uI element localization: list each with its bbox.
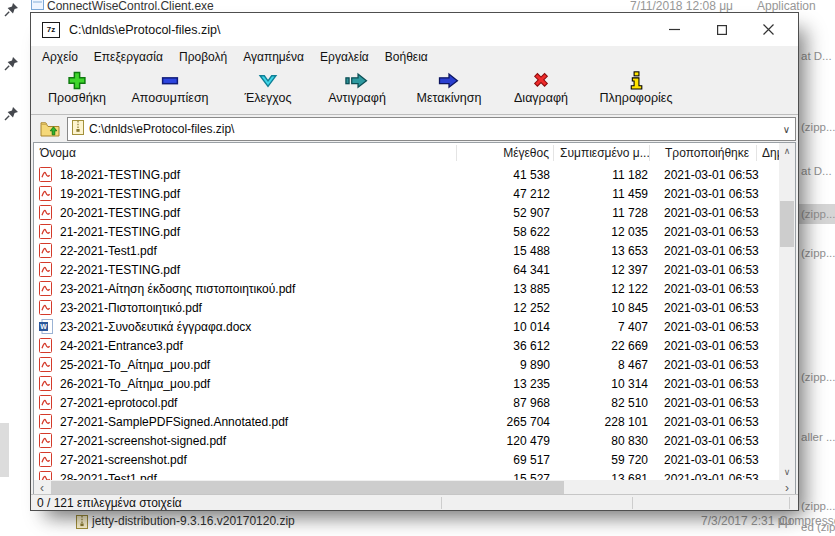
close-button[interactable]: [745, 13, 792, 46]
extract-button[interactable]: Αποσυμπίεση: [117, 71, 223, 105]
file-modified: 2021-03-01 06:53: [650, 434, 757, 448]
file-row[interactable]: W 27-2021-screenshot-signed.pdf 120 479 …: [34, 431, 779, 450]
delete-x-icon: [530, 71, 552, 90]
file-row[interactable]: W 18-2021-TESTING.pdf 41 538 11 182 2021…: [34, 165, 779, 184]
bg-text-fragment: (zipp...: [801, 247, 835, 259]
file-row[interactable]: W 19-2021-TESTING.pdf 47 212 11 459 2021…: [34, 184, 779, 203]
bg-file-row[interactable]: ConnectWiseControl.Client.exe 7/11/2018 …: [0, 0, 835, 12]
bg-text-fragment: (zipp...: [801, 121, 835, 133]
file-row[interactable]: W 26-2021-Το_Αίτημα_μου.pdf 13 235 10 31…: [34, 374, 779, 393]
bg-text-fragment: aller ...: [801, 431, 835, 443]
chevron-down-icon[interactable]: ∨: [778, 118, 795, 140]
menu-item[interactable]: Επεξεργασία: [86, 47, 171, 67]
address-path: C:\dnlds\eProtocol-files.zip\: [89, 122, 234, 136]
file-packed: 11 728: [554, 206, 650, 220]
file-name: 20-2021-TESTING.pdf: [60, 206, 180, 220]
address-combo-box[interactable]: C:\dnlds\eProtocol-files.zip\ ∨: [67, 117, 796, 141]
file-row[interactable]: W 27-2021-eprotocol.pdf 87 968 82 510 20…: [34, 393, 779, 412]
file-modified: 2021-03-01 06:53: [650, 187, 757, 201]
file-modified: 2021-03-01 06:53: [650, 320, 757, 334]
file-modified: 2021-03-01 06:53: [650, 415, 757, 429]
info-button[interactable]: Πληροφορίες: [585, 71, 687, 105]
maximize-button[interactable]: [698, 13, 745, 46]
file-row[interactable]: W 23-2021-Πιστοποιητικό.pdf 12 252 10 84…: [34, 298, 779, 317]
file-type-icon: W: [39, 224, 54, 239]
menu-item[interactable]: Αρχείο: [34, 47, 86, 67]
copy-button[interactable]: Αντιγραφή: [313, 71, 401, 105]
scroll-up-icon[interactable]: ∧: [779, 143, 795, 159]
file-row[interactable]: W 23-2021-Αίτηση έκδοσης πιστοποιητικού.…: [34, 279, 779, 298]
column-header-row: Όνομα Μέγεθος Συμπιεσμένο μ... Τροποποιή…: [34, 143, 795, 163]
file-row[interactable]: W 21-2021-TESTING.pdf 58 622 12 035 2021…: [34, 222, 779, 241]
minimize-button[interactable]: [651, 13, 698, 46]
file-row[interactable]: W 28-2021-Test1.pdf 15 527 13 681 2021-0…: [34, 469, 779, 480]
move-button[interactable]: Μετακίνηση: [401, 71, 497, 105]
add-button[interactable]: Προσθήκη: [37, 71, 117, 105]
add-plus-icon: [66, 71, 88, 90]
toolbar-button-label: Προσθήκη: [48, 91, 106, 105]
column-header-name[interactable]: Όνομα: [34, 145, 457, 161]
file-row[interactable]: W 23-2021-Συνοδευτικά έγγραφα.docx 10 01…: [34, 317, 779, 336]
file-packed: 80 830: [554, 434, 650, 448]
file-type-icon: W: [39, 376, 54, 391]
horizontal-scrollbar-thumb[interactable]: [51, 481, 564, 495]
toolbar-button-label: Αποσυμπίεση: [131, 91, 208, 105]
file-name: 21-2021-TESTING.pdf: [60, 225, 180, 239]
status-divider: [789, 497, 790, 509]
bg-file-type: Compressed (zipp...: [779, 514, 835, 528]
column-header-modified[interactable]: Τροποποιήθηκε: [650, 145, 757, 161]
file-name: 24-2021-Entrance3.pdf: [60, 339, 183, 353]
file-modified: 2021-03-01 06:53: [650, 301, 757, 315]
menu-item[interactable]: Προβολή: [171, 47, 235, 67]
bg-scrollbar-fragment[interactable]: [0, 423, 9, 477]
seven-zip-window: 7z C:\dnlds\eProtocol-files.zip\ Αρχείο …: [30, 12, 799, 511]
extract-minus-icon: [159, 71, 181, 90]
file-size: 41 538: [457, 168, 554, 182]
bg-text-fragment: (zipp...: [801, 500, 835, 512]
file-row[interactable]: W 27-2021-SamplePDFSigned.Annotated.pdf …: [34, 412, 779, 431]
file-type-icon: W: [39, 338, 54, 353]
file-type-icon: W: [39, 262, 54, 277]
toolbar-button-label: Έλεγχος: [244, 91, 291, 105]
up-folder-button[interactable]: [36, 117, 63, 141]
bg-text-fragment: (zipp...: [801, 371, 835, 383]
bg-file-row[interactable]: jetty-distribution-9.3.16.v20170120.zip …: [0, 514, 835, 530]
vertical-scrollbar-thumb[interactable]: [780, 201, 794, 247]
file-size: 15 488: [457, 244, 554, 258]
file-row[interactable]: W 24-2021-Entrance3.pdf 36 612 22 669 20…: [34, 336, 779, 355]
file-row[interactable]: W 20-2021-TESTING.pdf 52 907 11 728 2021…: [34, 203, 779, 222]
selection-status: 0 / 121 επιλεγμένα στοιχεία: [37, 496, 182, 510]
file-type-icon: W: [39, 395, 54, 410]
file-row[interactable]: W 22-2021-Test1.pdf 15 488 13 653 2021-0…: [34, 241, 779, 260]
column-header-packed[interactable]: Συμπιεσμένο μ...: [554, 145, 650, 161]
file-size: 15 527: [457, 472, 554, 481]
file-size: 69 517: [457, 453, 554, 467]
toolbar-button-label: Πληροφορίες: [600, 91, 673, 105]
bg-file-name: jetty-distribution-9.3.16.v20170120.zip: [92, 514, 295, 528]
move-arrow-icon: [436, 71, 462, 90]
delete-button[interactable]: Διαγραφή: [497, 71, 585, 105]
file-row[interactable]: W 25-2021-Το_Αίτημα_μου.pdf 9 890 8 467 …: [34, 355, 779, 374]
scroll-down-icon[interactable]: ∨: [779, 464, 795, 480]
file-type-icon: W: [39, 433, 54, 448]
info-icon: [625, 71, 647, 90]
application-file-icon: [31, 0, 44, 10]
menu-item[interactable]: Αγαπημένα: [235, 47, 312, 67]
vertical-scrollbar[interactable]: ∧ ∨: [779, 143, 795, 480]
bg-text-fragment: at D...: [801, 165, 832, 177]
column-header-size[interactable]: Μέγεθος: [457, 145, 554, 161]
file-name: 23-2021-Συνοδευτικά έγγραφα.docx: [60, 320, 251, 334]
file-packed: 12 122: [554, 282, 650, 296]
file-row[interactable]: W 22-2021-TESTING.pdf 64 341 12 397 2021…: [34, 260, 779, 279]
file-row[interactable]: W 27-2021-screenshot.pdf 69 517 59 720 2…: [34, 450, 779, 469]
test-button[interactable]: Έλεγχος: [223, 71, 313, 105]
zip-file-icon: [72, 120, 84, 139]
file-size: 52 907: [457, 206, 554, 220]
file-type-icon: W: [39, 319, 54, 334]
file-name: 25-2021-Το_Αίτημα_μου.pdf: [60, 358, 210, 372]
menu-item[interactable]: Εργαλεία: [312, 47, 377, 67]
column-header-created[interactable]: Δημι: [757, 145, 779, 161]
copy-arrow-icon: [344, 71, 370, 90]
menu-item[interactable]: Βοήθεια: [377, 47, 436, 67]
file-packed: 10 845: [554, 301, 650, 315]
